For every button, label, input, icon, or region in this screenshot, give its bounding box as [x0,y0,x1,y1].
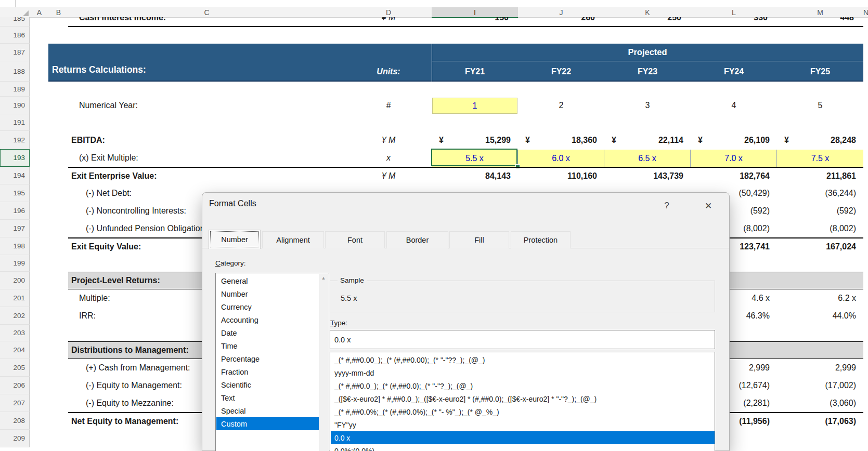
format-item-accounting1dp[interactable]: _(* #,##0.0_);_(* (#,##0.0);_(* "-"?_);_… [331,379,715,392]
col-header-A[interactable]: A [30,7,49,18]
cell-M202[interactable]: 44.0% [777,307,856,325]
cell-M192[interactable]: ¥28,248 [784,131,856,149]
row-header-194[interactable]: 194 [0,167,30,184]
cell-D194[interactable]: ¥ M [345,167,432,184]
fy25-header[interactable]: FY25 [777,61,863,82]
row-header-187[interactable]: 187 [0,44,30,61]
cell-I185[interactable]: 150 [432,17,509,26]
cell-J185[interactable]: 260 [518,17,595,26]
row-header-192[interactable]: 192 [0,131,30,149]
cell-I194[interactable]: 84,143 [432,167,511,184]
col-header-J[interactable]: J [518,7,605,18]
name-box[interactable] [0,0,16,7]
row-header-188[interactable]: 188 [0,61,30,82]
category-number[interactable]: Number [216,287,320,300]
row-header-186[interactable]: 186 [0,26,30,44]
row-header-201[interactable]: 201 [0,289,30,307]
cell-M198[interactable]: 167,024 [777,238,856,255]
category-special[interactable]: Special [216,404,320,417]
tab-font[interactable]: Font [325,231,385,248]
fy22-header[interactable]: FY22 [518,61,604,82]
close-icon[interactable]: ✕ [701,200,716,211]
cell-I190[interactable]: 1 [432,98,517,114]
cell-I192[interactable]: ¥15,299 [439,131,511,149]
format-item-date[interactable]: yyyy-mm-dd [331,366,715,379]
cell-C190[interactable]: Numerical Year: [79,97,297,114]
category-scientific[interactable]: Scientific [216,378,320,391]
select-all-corner[interactable] [0,7,30,18]
col-header-L[interactable]: L [691,7,778,18]
cell-M207[interactable]: (3,060) [777,394,856,412]
col-header-M[interactable]: M [777,7,864,18]
cell-M196[interactable]: (592) [777,202,856,220]
cell-M205[interactable]: 2,999 [777,359,856,377]
cell-M208[interactable]: (17,063) [777,413,856,430]
fy21-header[interactable]: FY21 [432,61,518,82]
cell-D193[interactable]: x [345,149,432,167]
active-cell-selection[interactable] [431,149,517,166]
tab-border[interactable]: Border [386,231,448,248]
row-header-204[interactable]: 204 [0,341,30,359]
projected-header[interactable]: Projected [432,44,863,61]
row-header-193[interactable]: 193 [0,149,30,167]
category-text[interactable]: Text [216,391,320,404]
format-item-fyyy[interactable]: "FY"yy [331,418,715,431]
category-percentage[interactable]: Percentage [216,352,320,365]
cell-M194[interactable]: 211,861 [777,167,856,184]
row-header-196[interactable]: 196 [0,202,30,220]
col-header-K[interactable]: K [604,7,691,18]
row-header-208[interactable]: 208 [0,412,30,430]
row-header-191[interactable]: 191 [0,114,30,131]
cell-M195[interactable]: (36,244) [777,184,856,202]
row-header-190[interactable]: 190 [0,97,30,114]
category-date[interactable]: Date [216,326,320,339]
cell-M206[interactable]: (17,002) [777,377,856,394]
row-header-205[interactable]: 205 [0,359,30,377]
returns-calculations-title[interactable]: Returns Calculations: [52,64,146,75]
cell-K193[interactable]: 6.5 x [604,150,691,167]
row-header-200[interactable]: 200 [0,272,30,289]
row-header-207[interactable]: 207 [0,394,30,412]
units-header[interactable]: Units: [345,61,432,82]
row-header-197[interactable]: 197 [0,220,30,237]
cell-C194[interactable]: Exit Enterprise Value: [71,167,290,184]
category-accounting[interactable]: Accounting [216,313,320,326]
cell-L190[interactable]: 4 [691,97,777,114]
tab-alignment[interactable]: Alignment [262,231,324,248]
row-header-203[interactable]: 203 [0,325,30,341]
cell-D190[interactable]: # [345,97,432,114]
category-custom[interactable]: Custom [216,417,320,430]
type-listbox[interactable]: _(* #,##0.00_);_(* (#,##0.00);_(* "-"??_… [330,352,715,451]
category-currency[interactable]: Currency [216,300,320,313]
cell-M197[interactable]: (8,002) [777,220,856,237]
format-item-accounting2dp[interactable]: _(* #,##0.00_);_(* (#,##0.00);_(* "-"??_… [331,353,715,366]
row-header-198[interactable]: 198 [0,237,30,255]
cell-M185[interactable]: 448 [777,17,854,26]
cell-K185[interactable]: 250 [604,17,681,26]
cell-L192[interactable]: ¥26,109 [698,131,770,149]
format-item-percent-paren[interactable]: 0.0%;(0.0%) [331,444,715,451]
cell-D185[interactable]: ¥ M [345,17,432,26]
category-general[interactable]: General [216,274,320,287]
cell-J192[interactable]: ¥18,360 [525,131,597,149]
category-scrollbar[interactable]: ▲ [319,274,328,451]
row-header-189[interactable]: 189 [0,82,30,97]
col-header-D[interactable]: D [345,7,432,18]
cell-J193[interactable]: 6.0 x [518,150,604,167]
category-time[interactable]: Time [216,339,320,352]
format-item-percent[interactable]: _(* #,##0.0%;_(* (#,##0.0%);_(* "- %"_);… [331,405,715,418]
type-input[interactable]: 0.0 x [330,330,715,349]
row-header-185[interactable]: 185 [0,17,30,26]
category-listbox[interactable]: General Number Currency Accounting Date … [215,273,329,451]
cell-M193[interactable]: 7.5 x [777,150,863,167]
scroll-up-icon[interactable]: ▲ [319,275,328,281]
tab-number[interactable]: Number [209,230,261,249]
cell-L185[interactable]: 330 [691,17,768,26]
cell-K192[interactable]: ¥22,114 [612,131,683,149]
col-header-N[interactable]: N [863,7,868,18]
cell-J194[interactable]: 110,160 [518,167,597,184]
cell-C192[interactable]: EBITDA: [71,131,290,149]
cell-C185[interactable]: Cash Interest Income: [79,17,297,26]
row-header-206[interactable]: 206 [0,377,30,394]
fy23-header[interactable]: FY23 [604,61,691,82]
